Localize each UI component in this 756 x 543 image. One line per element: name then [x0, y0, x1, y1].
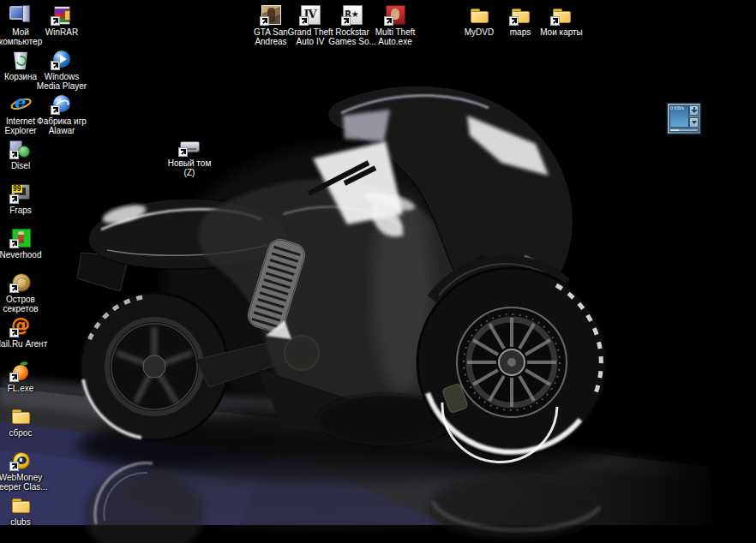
icon-label: Windows Media Player: [33, 72, 90, 91]
desktop-icon-ostrov-sekretov[interactable]: Остров секретов: [0, 271, 49, 313]
winrar-icon: [51, 3, 73, 26]
desktop-icon-clubs-folder[interactable]: clubs: [0, 493, 49, 527]
gtaiv-icon: IV: [299, 3, 321, 26]
download-arrow-icon: [693, 107, 695, 110]
fl-icon: [9, 360, 32, 382]
fraps-icon: 99: [9, 182, 32, 204]
shortcut-arrow-icon: [550, 16, 560, 26]
shortcut-arrow-icon: [341, 16, 351, 26]
shortcut-arrow-icon: [51, 16, 60, 26]
desktop: Мой компьютер WinRAR Корзина Windows Med…: [0, 0, 756, 543]
desktop-icon-windows-media-player[interactable]: Windows Media Player: [33, 48, 90, 91]
icon-label: Neverhood: [0, 250, 49, 260]
download-speed-text: 0 KB/s: [670, 106, 681, 111]
shortcut-arrow-icon: [260, 16, 269, 26]
caret-down-icon: [692, 121, 697, 124]
desktop-icon-fl-exe[interactable]: FL.exe: [0, 360, 49, 393]
icon-label: Fraps: [0, 206, 49, 215]
drive-icon: [178, 134, 201, 157]
shortcut-arrow-icon: [509, 16, 519, 26]
shortcut-arrow-icon: [9, 194, 19, 204]
neverhood-icon: [9, 226, 32, 248]
ostrov-icon: [9, 271, 32, 293]
icon-label: сброс: [0, 428, 49, 438]
desktop-icon-disel[interactable]: Disel: [0, 137, 49, 170]
folder-icon: [509, 3, 531, 26]
mta-icon: [384, 3, 406, 26]
desktop-icon-moi-karty-folder[interactable]: Мои карты: [533, 3, 590, 37]
icon-label: clubs: [0, 517, 49, 527]
shortcut-arrow-icon: [9, 462, 19, 471]
desktop-icon-multi-theft-auto[interactable]: Multi Theft Auto.exe: [367, 3, 423, 46]
desktop-icon-sbros-folder[interactable]: сброс: [0, 404, 49, 438]
mailru-icon: @: [9, 315, 32, 337]
shortcut-arrow-icon: [9, 150, 19, 159]
recycle-icon: [9, 48, 32, 70]
icon-label: Остров секретов: [0, 295, 49, 313]
rockstar-icon: R★: [341, 3, 363, 26]
icon-label: Multi Theft Auto.exe: [367, 27, 423, 46]
icon-label: FL.exe: [0, 384, 49, 393]
desktop-icon-mailru-agent[interactable]: @ Mail.Ru Агент: [0, 315, 49, 349]
shortcut-arrow-icon: [384, 16, 393, 26]
widget-menu-button[interactable]: [689, 117, 699, 128]
shortcut-arrow-icon: [299, 16, 309, 26]
disel-icon: [9, 137, 32, 159]
icon-label: WebMoney Keeper Clas...: [0, 473, 49, 492]
desktop-icon-alawar-games-factory[interactable]: Фабрика игр Alawar: [33, 92, 90, 135]
widget-button-column: [689, 105, 699, 128]
desktop-icon-winrar[interactable]: WinRAR: [33, 3, 90, 37]
shortcut-arrow-icon: [51, 105, 60, 115]
wmp-icon: [51, 48, 73, 70]
icon-label: Mail.Ru Агент: [0, 339, 49, 349]
gtasa-icon: [260, 3, 282, 26]
download-panel: 0 KB/s: [669, 105, 689, 128]
ie-icon: e: [9, 92, 32, 115]
shortcut-arrow-icon: [9, 328, 19, 337]
folder-icon: [9, 404, 32, 427]
download-manager-widget[interactable]: 0 KB/s: [667, 103, 701, 134]
shortcut-arrow-icon: [51, 61, 60, 70]
icon-label: Фабрика игр Alawar: [33, 116, 90, 135]
alawar-icon: [51, 92, 73, 115]
shortcut-arrow-icon: [178, 147, 188, 157]
shortcut-arrow-icon: [9, 373, 19, 382]
progress-fill: [670, 129, 679, 131]
desktop-icon-fraps[interactable]: 99 Fraps: [0, 182, 49, 215]
icon-label: Мои карты: [533, 27, 590, 37]
folder-icon: [550, 3, 573, 26]
icon-label: WinRAR: [33, 27, 90, 37]
folder-icon: [468, 3, 490, 26]
desktop-icon-novyi-tom-drive[interactable]: Новый том (Z): [161, 134, 218, 177]
download-progress-bar: [669, 128, 699, 132]
icon-label: Новый том (Z): [161, 158, 218, 177]
desktop-icons-layer: Мой компьютер WinRAR Корзина Windows Med…: [0, 0, 756, 543]
icon-label: Disel: [0, 161, 49, 170]
folder-icon: [9, 493, 32, 516]
webmoney-icon: [9, 449, 32, 471]
desktop-icon-neverhood[interactable]: Neverhood: [0, 226, 49, 260]
shortcut-arrow-icon: [9, 283, 19, 293]
shortcut-arrow-icon: [9, 239, 19, 248]
desktop-icon-webmoney-keeper[interactable]: WebMoney Keeper Clas...: [0, 449, 49, 492]
computer-icon: [9, 3, 32, 26]
download-arrow-button[interactable]: [689, 105, 699, 116]
